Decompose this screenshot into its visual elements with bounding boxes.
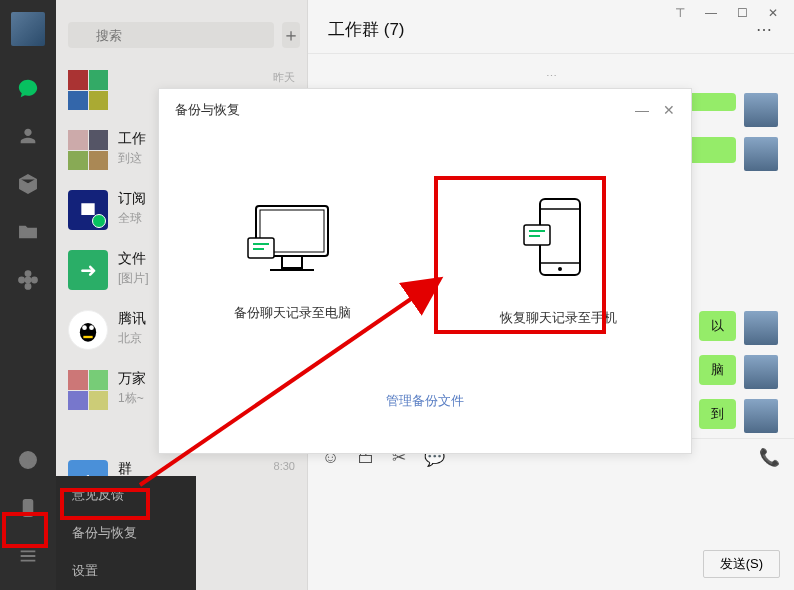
restore-to-phone-label: 恢复聊天记录至手机 xyxy=(500,309,617,327)
message-avatar[interactable] xyxy=(744,93,778,127)
menu-settings[interactable]: 设置 xyxy=(56,552,196,590)
menu-feedback[interactable]: 意见反馈 xyxy=(56,476,196,514)
add-button[interactable]: ＋ xyxy=(282,22,300,48)
svg-point-8 xyxy=(82,325,87,330)
call-icon[interactable]: 📞 xyxy=(759,447,780,468)
message-bubble: 以 xyxy=(699,311,736,341)
cube-icon[interactable] xyxy=(16,172,40,196)
message-avatar[interactable] xyxy=(744,137,778,171)
svg-point-7 xyxy=(80,323,96,342)
svg-point-5 xyxy=(20,452,37,469)
manage-backup-link[interactable]: 管理备份文件 xyxy=(386,393,464,408)
contacts-tab-icon[interactable] xyxy=(16,124,40,148)
maximize-button[interactable]: ☐ xyxy=(737,6,748,18)
menu-hamburger-icon[interactable] xyxy=(16,544,40,568)
subscription-avatar xyxy=(68,190,108,230)
conv-time: 8:30 xyxy=(274,460,295,472)
svg-point-2 xyxy=(25,284,31,290)
computer-icon xyxy=(242,200,342,286)
restore-to-phone-option[interactable]: 恢复聊天记录至手机 xyxy=(425,185,691,337)
search-bar: 🔍 ＋ xyxy=(56,0,307,60)
file-transfer-avatar: ➜ xyxy=(68,250,108,290)
sidebar xyxy=(0,0,56,590)
discover-icon[interactable] xyxy=(16,268,40,292)
folder-icon[interactable] xyxy=(16,220,40,244)
svg-point-9 xyxy=(89,325,94,330)
svg-point-0 xyxy=(25,277,31,283)
search-input[interactable] xyxy=(68,22,274,48)
avatar xyxy=(68,310,108,350)
chat-input[interactable] xyxy=(308,474,794,544)
group-avatar xyxy=(68,130,108,170)
modal-title-text: 备份与恢复 xyxy=(175,101,240,119)
group-avatar xyxy=(68,70,108,110)
time-divider: ⋯ xyxy=(324,70,778,83)
close-button[interactable]: ✕ xyxy=(768,6,778,18)
message-bubble: 脑 xyxy=(699,355,736,385)
svg-rect-6 xyxy=(23,500,32,517)
modal-minimize-button[interactable]: — xyxy=(635,102,649,118)
svg-point-20 xyxy=(558,267,562,271)
modal-close-button[interactable]: ✕ xyxy=(663,102,675,118)
message-avatar[interactable] xyxy=(744,355,778,389)
backup-to-pc-label: 备份聊天记录至电脑 xyxy=(234,304,351,322)
svg-point-1 xyxy=(25,271,31,277)
settings-menu: 意见反馈 备份与恢复 设置 xyxy=(56,476,196,590)
message-bubble: 到 xyxy=(699,399,736,429)
phone-icon[interactable] xyxy=(16,496,40,520)
pin-icon[interactable]: ⊤ xyxy=(675,6,685,18)
message-avatar[interactable] xyxy=(744,311,778,345)
svg-point-3 xyxy=(19,277,25,283)
window-titlebar: ⊤ — ☐ ✕ xyxy=(659,0,794,24)
chat-title: 工作群 (7) xyxy=(328,18,405,41)
message-avatar[interactable] xyxy=(744,399,778,433)
modal-titlebar: 备份与恢复 — ✕ xyxy=(159,89,691,131)
svg-rect-12 xyxy=(282,256,302,268)
backup-to-pc-option[interactable]: 备份聊天记录至电脑 xyxy=(159,190,425,332)
phone-icon xyxy=(518,195,598,291)
svg-point-4 xyxy=(32,277,37,283)
miniprogram-icon[interactable] xyxy=(16,448,40,472)
menu-backup-restore[interactable]: 备份与恢复 xyxy=(56,514,196,552)
chat-tab-icon[interactable] xyxy=(16,76,40,100)
user-avatar[interactable] xyxy=(11,12,45,46)
group-avatar xyxy=(68,370,108,410)
conv-time: 昨天 xyxy=(273,70,295,85)
send-button[interactable]: 发送(S) xyxy=(703,550,780,578)
minimize-button[interactable]: — xyxy=(705,6,717,18)
backup-restore-modal: 备份与恢复 — ✕ 备份聊天记录至电脑 xyxy=(158,88,692,454)
